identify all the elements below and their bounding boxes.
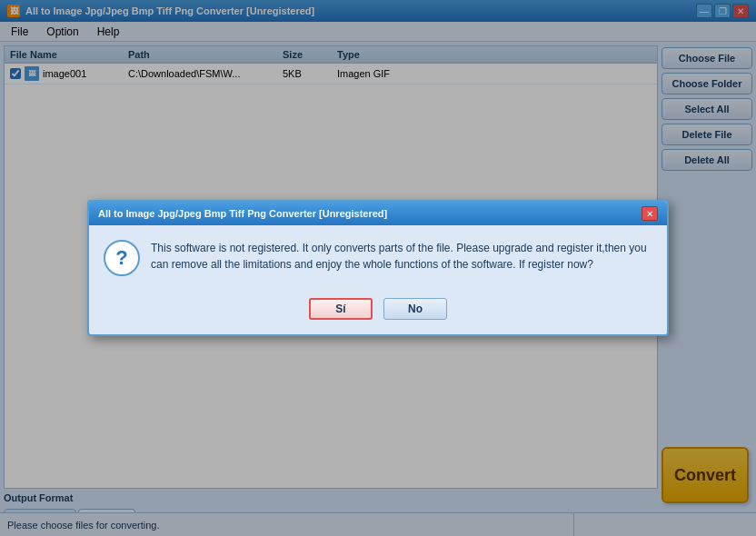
modal-body: ? This software is not registered. It on… [89, 225, 667, 291]
modal-yes-button[interactable]: Sí [309, 298, 373, 320]
modal-message: This software is not registered. It only… [151, 240, 652, 273]
modal-title: All to Image Jpg/Jpeg Bmp Tiff Png Conve… [98, 208, 387, 219]
modal-question-icon: ? [104, 240, 140, 276]
modal-close-button[interactable]: ✕ [642, 206, 658, 221]
modal-no-button[interactable]: No [383, 298, 447, 320]
modal-dialog: All to Image Jpg/Jpeg Bmp Tiff Png Conve… [87, 200, 669, 336]
modal-buttons: Sí No [89, 291, 667, 334]
modal-overlay: All to Image Jpg/Jpeg Bmp Tiff Png Conve… [0, 0, 756, 536]
modal-title-bar: All to Image Jpg/Jpeg Bmp Tiff Png Conve… [89, 202, 667, 225]
